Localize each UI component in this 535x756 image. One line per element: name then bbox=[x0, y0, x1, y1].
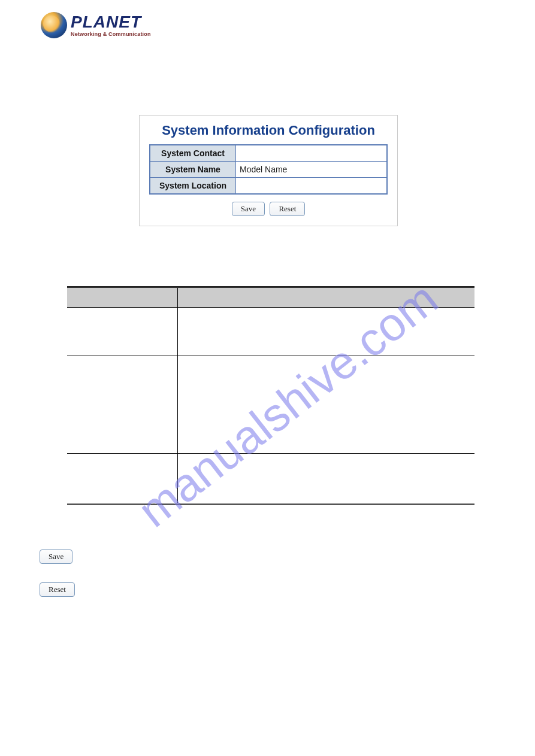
save-button-standalone[interactable]: Save bbox=[40, 549, 72, 564]
logo-globe-icon bbox=[41, 12, 67, 38]
label-system-contact: System Contact bbox=[150, 145, 236, 162]
logo: PLANET Networking & Communication bbox=[41, 12, 151, 38]
reset-button-standalone-wrap: Reset bbox=[40, 582, 75, 597]
row-system-contact: System Contact bbox=[150, 145, 387, 162]
save-button-standalone-wrap: Save bbox=[40, 549, 72, 564]
system-info-config-panel: System Information Configuration System … bbox=[139, 115, 398, 226]
config-table: System Contact System Name Model Name Sy… bbox=[149, 144, 388, 195]
value-system-contact[interactable] bbox=[236, 145, 388, 162]
info-table-row bbox=[67, 308, 474, 356]
info-table-header bbox=[67, 287, 474, 308]
logo-sub-text: Networking & Communication bbox=[71, 32, 151, 37]
panel-title: System Information Configuration bbox=[140, 116, 397, 144]
reset-button[interactable]: Reset bbox=[270, 202, 305, 216]
save-button[interactable]: Save bbox=[232, 202, 265, 216]
reset-button-standalone[interactable]: Reset bbox=[40, 582, 75, 597]
row-system-name: System Name Model Name bbox=[150, 162, 387, 178]
panel-button-row: Save Reset bbox=[140, 202, 397, 216]
label-system-name: System Name bbox=[150, 162, 236, 178]
info-table-row bbox=[67, 454, 474, 504]
logo-main-text: PLANET bbox=[71, 14, 151, 31]
logo-text: PLANET Networking & Communication bbox=[71, 14, 151, 37]
row-system-location: System Location bbox=[150, 178, 387, 195]
value-system-location[interactable] bbox=[236, 178, 388, 195]
value-system-name[interactable]: Model Name bbox=[236, 162, 388, 178]
info-table-row bbox=[67, 356, 474, 454]
info-table bbox=[67, 286, 474, 505]
label-system-location: System Location bbox=[150, 178, 236, 195]
